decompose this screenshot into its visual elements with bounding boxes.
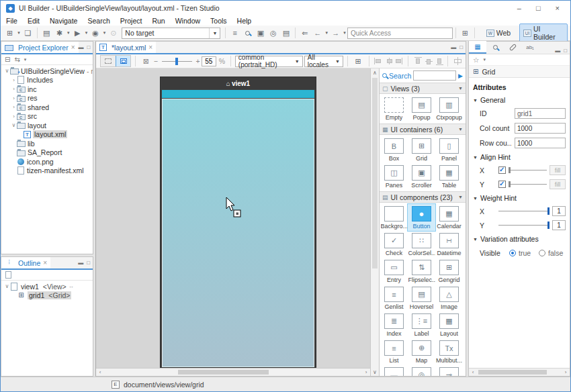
align-x-slider[interactable] (509, 170, 547, 170)
web-perspective-button[interactable]: W Web (483, 28, 514, 38)
tree-item-lib[interactable]: lib (1, 139, 93, 148)
id-field[interactable] (515, 108, 566, 119)
target-select[interactable]: No target ▼ (122, 28, 220, 39)
search-go-icon[interactable]: ▶ (458, 72, 463, 79)
maximize-view-icon[interactable]: □ (459, 44, 463, 50)
locale-select[interactable]: All locales ▼ (304, 56, 343, 67)
close-tab-icon[interactable]: × (71, 44, 75, 51)
quick-access-input[interactable] (347, 28, 453, 39)
minimize-icon[interactable]: – (517, 4, 521, 12)
align-y-slider[interactable] (509, 184, 547, 185)
open-perspective-icon[interactable]: ⊞ (459, 27, 471, 39)
palette-section-ui-containers-6-[interactable]: ▦UI containers (6)▼ (380, 124, 466, 135)
palette-item-table[interactable]: ▦Table (435, 163, 463, 190)
design-view-button[interactable] (116, 56, 130, 66)
save-all-icon[interactable]: ❏ (22, 27, 34, 39)
palette-item-panel[interactable]: ▯Panel (435, 136, 463, 163)
expander-closed-icon[interactable]: › (11, 113, 17, 119)
palette-item-gengrid[interactable]: ⊞Gengrid (435, 258, 463, 285)
profile-icon[interactable]: ◉ (89, 27, 101, 39)
row-count-field[interactable] (515, 138, 566, 148)
expander-closed-icon[interactable]: › (11, 95, 17, 101)
tree-item-grid1[interactable]: grid1<Grid> (1, 291, 93, 301)
close-icon[interactable]: × (556, 4, 560, 12)
focus-document-icon[interactable] (5, 271, 11, 279)
tab-project-explorer[interactable]: Project Explorer × (1, 42, 79, 53)
palette-item-genlist[interactable]: ≡Genlist (380, 285, 408, 311)
menu-item-run[interactable]: Run (152, 17, 165, 25)
expander-closed-icon[interactable]: › (11, 86, 17, 92)
menu-item-project[interactable]: Project (120, 17, 142, 25)
expander-closed-icon[interactable]: › (11, 77, 17, 83)
show-grid-icon[interactable]: ⊞ (353, 55, 364, 67)
weight-x-field[interactable] (552, 206, 566, 216)
palette-item-datetime[interactable]: ∺Datetime (435, 231, 463, 258)
zoom-out-icon[interactable]: − (154, 57, 158, 65)
palette-item-ctxpopup[interactable]: ▥Ctxpopup (435, 95, 463, 122)
menu-item-tools[interactable]: Tools (210, 17, 227, 25)
tab-string-keys[interactable]: ab₁ (521, 41, 539, 54)
menu-item-search[interactable]: Search (87, 17, 109, 25)
tree-item-shared[interactable]: ›shared (1, 103, 93, 112)
palette-item-check[interactable]: ✓Check (380, 231, 408, 258)
tab-attributes[interactable]: ▦ (469, 41, 486, 54)
palette-item-flipselec-[interactable]: ⇅Flipselec... (408, 258, 435, 285)
run-dropdown-icon[interactable]: ▾ (84, 30, 89, 36)
weight-y-field[interactable] (552, 220, 566, 230)
col-count-field[interactable] (515, 123, 566, 134)
inspect-icon[interactable] (242, 27, 253, 39)
section-variation[interactable]: ▼ Variation attributes (473, 235, 566, 243)
tree-item-includes[interactable]: ›Includes (1, 76, 93, 85)
palette-item-image[interactable]: △Image (435, 285, 463, 311)
pin-icon[interactable]: ☆ (473, 56, 479, 64)
palette-item-map[interactable]: ⊕Map (408, 338, 435, 365)
palette-item-box[interactable]: BBox (380, 136, 408, 163)
palette-item-empty[interactable]: Empty (380, 95, 408, 122)
palette-item-layout[interactable]: ▦Layout (435, 311, 463, 338)
menu-item-navigate[interactable]: Navigate (50, 17, 77, 25)
expander-open-icon[interactable]: ∨ (4, 68, 10, 74)
palette-item-radio[interactable]: ◎Radio (408, 365, 435, 376)
palette-item-list[interactable]: ≡List (380, 338, 408, 365)
scroll-down-icon[interactable]: ∨ (371, 368, 379, 376)
palette-search-input[interactable] (413, 70, 456, 81)
minimize-view-icon[interactable]: ▬ (78, 260, 83, 266)
expander-open-icon[interactable]: ∨ (11, 122, 17, 128)
weight-x-slider[interactable] (498, 211, 550, 211)
forward-icon[interactable]: → (330, 27, 341, 39)
close-tab-icon[interactable]: × (43, 259, 47, 266)
maximize-view-icon[interactable]: □ (87, 44, 91, 50)
palette-section-ui-components-23-[interactable]: ▤UI components (23)▼ (380, 191, 466, 203)
save-icon[interactable]: ▤ (41, 27, 52, 39)
maximize-view-icon[interactable]: □ (564, 48, 567, 54)
ui-builder-perspective-button[interactable]: UI UI Builder (519, 23, 568, 42)
collapse-section-icon[interactable]: ▼ (458, 86, 463, 91)
close-tab-icon[interactable]: × (148, 44, 152, 51)
view-menu-icon[interactable]: ▾ (24, 57, 27, 62)
tab-outline[interactable]: ⫶ Outline × (1, 257, 50, 268)
menu-item-help[interactable]: Help (237, 17, 252, 25)
fit-to-screen-icon[interactable]: ⊠ (140, 55, 152, 67)
expander-open-icon[interactable]: ∨ (4, 283, 10, 289)
zoom-value-input[interactable] (202, 56, 216, 66)
align-y-checkbox[interactable] (498, 181, 506, 188)
menu-item-edit[interactable]: Edit (28, 17, 40, 25)
scroll-left-icon[interactable]: ‹ (469, 369, 477, 376)
search-file-icon[interactable]: ▤ (280, 27, 292, 39)
tree-item-icon-png[interactable]: icon.png (1, 157, 93, 166)
palette-item-panes[interactable]: ◫Panes (380, 163, 408, 190)
console-icon[interactable]: ≡ (229, 27, 240, 39)
debug-icon[interactable]: ✱ (54, 27, 65, 39)
palette-item-progress-[interactable]: ▬Progress... (380, 365, 408, 376)
section-align-hint[interactable]: ▼ Align Hint (473, 153, 566, 161)
menu-item-window[interactable]: Window (175, 17, 200, 25)
maximize-view-icon[interactable]: □ (87, 260, 90, 266)
tree-item-uibuildersingleview[interactable]: ∨UIBuilderSingleView- mobile-4.0 (1, 66, 93, 76)
palette-item-slider[interactable]: ⊸Slider (435, 365, 463, 376)
scroll-up-icon[interactable]: ∧ (371, 68, 379, 77)
run-icon[interactable]: ▶ (72, 27, 83, 39)
scroll-right-icon[interactable]: › (362, 369, 370, 376)
collapse-section-icon[interactable]: ▼ (458, 195, 463, 199)
minimize-view-icon[interactable]: ▬ (451, 44, 456, 50)
vertical-scrollbar[interactable]: ∧ ∨ (370, 68, 379, 376)
